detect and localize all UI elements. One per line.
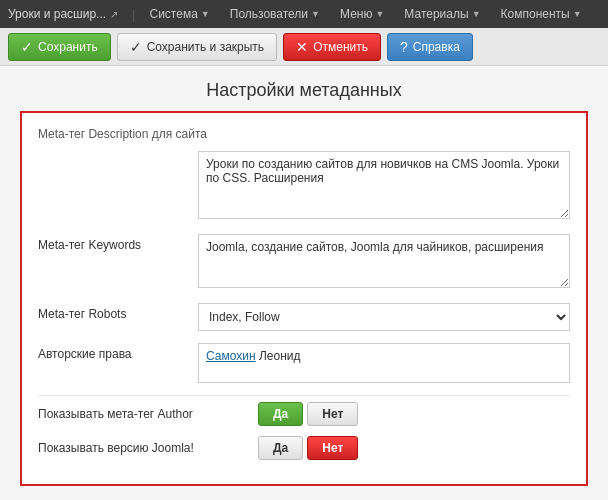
keywords-field: Joomla, создание сайтов, Joomla для чайн…: [198, 234, 570, 291]
chevron-down-icon: ▼: [472, 9, 481, 19]
author-meta-label: Показывать мета-тег Author: [38, 407, 258, 421]
chevron-down-icon: ▼: [201, 9, 210, 19]
toolbar: ✓ Сохранить ✓ Сохранить и закрыть ✕ Отме…: [0, 28, 608, 66]
description-row: Уроки по созданию сайтов для новичков на…: [38, 151, 570, 222]
nav-item-components[interactable]: Компоненты ▼: [493, 0, 590, 28]
main-content: Meta-тег Description для сайта Уроки по …: [0, 111, 608, 500]
author-toggle-group: Да Нет: [258, 402, 358, 426]
version-row: Показывать версию Joomla! Да Нет: [38, 436, 570, 460]
chevron-down-icon: ▼: [311, 9, 320, 19]
keywords-label: Meta-тег Keywords: [38, 234, 198, 252]
copyright-row: Авторские права Самохин Леонид: [38, 343, 570, 383]
check-icon: ✓: [21, 39, 33, 55]
page-title: Настройки метаданных: [0, 66, 608, 111]
version-no-button[interactable]: Нет: [307, 436, 358, 460]
author-no-button[interactable]: Нет: [307, 402, 358, 426]
section-title: Meta-тег Description для сайта: [38, 127, 570, 141]
save-button[interactable]: ✓ Сохранить: [8, 33, 111, 61]
nav-item-users[interactable]: Пользователи ▼: [222, 0, 328, 28]
nav-item-system[interactable]: Система ▼: [142, 0, 218, 28]
check-icon: ✓: [130, 39, 142, 55]
copyright-display: Самохин Леонид: [198, 343, 570, 383]
keywords-row: Meta-тег Keywords Joomla, создание сайто…: [38, 234, 570, 291]
nav-separator: |: [132, 7, 135, 22]
version-label: Показывать версию Joomla!: [38, 441, 258, 455]
save-label: Сохранить: [38, 40, 98, 54]
copyright-field-container: Самохин Леонид: [198, 343, 570, 383]
cancel-label: Отменить: [313, 40, 368, 54]
save-close-label: Сохранить и закрыть: [147, 40, 264, 54]
description-field: Уроки по созданию сайтов для новичков на…: [198, 151, 570, 222]
nav-system-label: Система: [150, 7, 198, 21]
author-meta-row: Показывать мета-тег Author Да Нет: [38, 402, 570, 426]
cancel-button[interactable]: ✕ Отменить: [283, 33, 381, 61]
nav-menu-label: Меню: [340, 7, 372, 21]
robots-select[interactable]: Index, Follow No Index, No Follow Index,…: [198, 303, 570, 331]
copyright-link[interactable]: Самохин: [206, 349, 256, 363]
top-navigation: Уроки и расшир... ↗ | Система ▼ Пользова…: [0, 0, 608, 28]
copyright-text: Леонид: [256, 349, 301, 363]
robots-row: Meta-тег Robots Index, Follow No Index, …: [38, 303, 570, 331]
nav-users-label: Пользователи: [230, 7, 308, 21]
help-button[interactable]: ? Справка: [387, 33, 473, 61]
copyright-label: Авторские права: [38, 343, 198, 361]
nav-item-materials[interactable]: Материалы ▼: [396, 0, 488, 28]
divider: [38, 395, 570, 396]
question-icon: ?: [400, 39, 408, 55]
brand-link[interactable]: Уроки и расшир... ↗: [8, 7, 118, 21]
help-label: Справка: [413, 40, 460, 54]
author-yes-button[interactable]: Да: [258, 402, 303, 426]
robots-label: Meta-тег Robots: [38, 303, 198, 321]
description-label-empty: [38, 151, 198, 155]
robots-field: Index, Follow No Index, No Follow Index,…: [198, 303, 570, 331]
chevron-down-icon: ▼: [375, 9, 384, 19]
x-icon: ✕: [296, 39, 308, 55]
save-close-button[interactable]: ✓ Сохранить и закрыть: [117, 33, 277, 61]
brand-label: Уроки и расшир...: [8, 7, 106, 21]
metadata-form-panel: Meta-тег Description для сайта Уроки по …: [20, 111, 588, 486]
external-link-icon: ↗: [110, 9, 118, 20]
version-toggle-group: Да Нет: [258, 436, 358, 460]
description-textarea[interactable]: Уроки по созданию сайтов для новичков на…: [198, 151, 570, 219]
nav-materials-label: Материалы: [404, 7, 468, 21]
keywords-textarea[interactable]: Joomla, создание сайтов, Joomla для чайн…: [198, 234, 570, 288]
nav-components-label: Компоненты: [501, 7, 570, 21]
nav-item-menu[interactable]: Меню ▼: [332, 0, 392, 28]
version-yes-button[interactable]: Да: [258, 436, 303, 460]
chevron-down-icon: ▼: [573, 9, 582, 19]
